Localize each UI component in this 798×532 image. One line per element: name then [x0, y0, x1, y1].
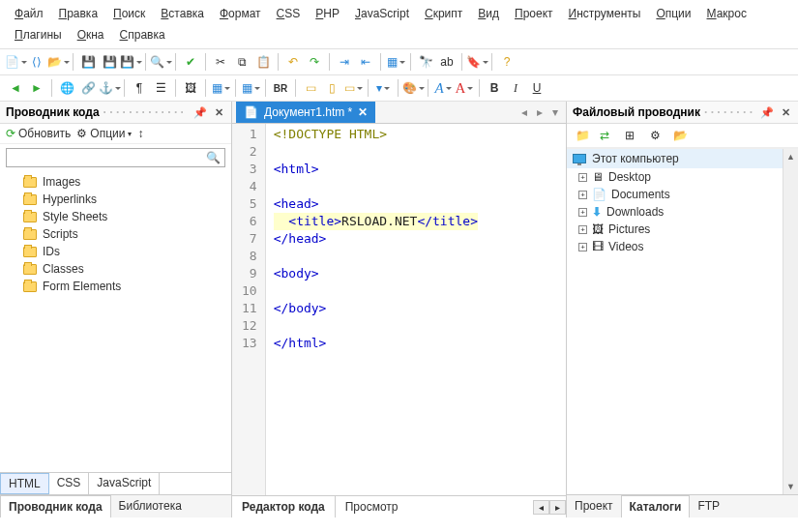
bookmark-button[interactable]: 🔖 — [467, 52, 487, 72]
search-button[interactable]: 🔍 — [151, 52, 170, 72]
scroll-left-icon[interactable]: ◂ — [533, 500, 549, 515]
document-tab[interactable]: 📄 Документ1.htm * ✕ — [236, 102, 375, 123]
menu-css[interactable]: CSS — [270, 4, 308, 23]
options-button[interactable]: ⚙Опции▾ — [76, 127, 132, 140]
indent-button[interactable]: ⇥ — [335, 52, 354, 72]
scroll-right-icon[interactable]: ▸ — [549, 500, 566, 515]
save-button[interactable]: 💾 — [78, 52, 98, 72]
menu-правка[interactable]: Правка — [52, 4, 105, 23]
layers-button[interactable]: ▭ — [343, 78, 363, 98]
bold-button[interactable]: B — [485, 78, 504, 98]
menu-плагины[interactable]: Плагины — [8, 25, 69, 44]
undo-button[interactable]: ↶ — [283, 52, 303, 72]
search-input[interactable] — [11, 151, 206, 164]
code-view-button[interactable]: ⟨⟩ — [27, 52, 46, 72]
menu-окна[interactable]: Окна — [71, 25, 111, 44]
span-icon[interactable]: ▯ — [322, 78, 341, 98]
tree-item[interactable]: Classes — [6, 260, 225, 278]
open-button[interactable]: 📂 — [48, 52, 68, 72]
close-icon[interactable]: ✕ — [213, 106, 225, 119]
menu-справка[interactable]: Справка — [113, 25, 172, 44]
tree-item[interactable]: IDs — [6, 243, 225, 260]
fe-item[interactable]: +📄Documents — [567, 186, 798, 203]
help-button[interactable]: ? — [497, 52, 517, 72]
save-as-button[interactable]: 💾 — [121, 52, 140, 72]
pin-icon[interactable]: 📌 — [192, 106, 209, 119]
grid1-button[interactable]: ▦ — [211, 78, 230, 98]
code-area[interactable]: <!DOCTYPE HTML><html><head> <title>RSLOA… — [266, 124, 486, 495]
expand-icon[interactable]: + — [578, 225, 587, 234]
menu-скрипт[interactable]: Скрипт — [418, 4, 469, 23]
outdent-button[interactable]: ⇤ — [356, 52, 375, 72]
editor-tab[interactable]: Просмотр — [336, 496, 408, 517]
paste-button[interactable]: 📋 — [253, 52, 273, 72]
list-button[interactable]: ☰ — [151, 78, 170, 98]
new-file-button[interactable]: 📄 — [6, 52, 25, 72]
fe-item[interactable]: +🎞Videos — [567, 238, 798, 255]
fe-bottom-tab[interactable]: Проект — [567, 495, 621, 517]
link-button[interactable]: 🔗 — [78, 78, 98, 98]
menu-инструменты[interactable]: Инструменты — [562, 4, 648, 23]
font-style-button[interactable]: A — [433, 78, 453, 98]
fe-item[interactable]: +🖼Pictures — [567, 221, 798, 238]
tree-root[interactable]: Этот компьютер — [567, 149, 798, 168]
expand-icon[interactable]: + — [578, 208, 587, 217]
lang-tab-css[interactable]: CSS — [49, 473, 90, 494]
sync-button[interactable]: ⇄ — [595, 127, 614, 144]
pilcrow-button[interactable]: ¶ — [130, 78, 149, 98]
table-button[interactable]: ▦ — [386, 52, 405, 72]
lang-tab-javascript[interactable]: JavaScript — [89, 473, 160, 494]
br-button[interactable]: BR — [271, 78, 290, 98]
fe-item[interactable]: +⬇Downloads — [567, 203, 798, 221]
div-icon[interactable]: ▭ — [301, 78, 320, 98]
menu-файл[interactable]: Файл — [8, 4, 50, 23]
menu-макрос[interactable]: Макрос — [700, 4, 754, 23]
tab-menu-icon[interactable]: ▾ — [548, 105, 562, 119]
scroll-up-icon[interactable]: ▲ — [783, 149, 798, 164]
binoculars-button[interactable]: 🔭 — [416, 52, 435, 72]
replace-button[interactable]: ab — [437, 52, 457, 72]
tab-next-icon[interactable]: ▸ — [533, 105, 547, 119]
spellcheck-button[interactable]: ✔ — [181, 52, 200, 72]
pin-icon[interactable]: 📌 — [758, 106, 776, 119]
grid2-button[interactable]: ▦ — [241, 78, 260, 98]
expand-icon[interactable]: + — [578, 173, 587, 182]
menu-вставка[interactable]: Вставка — [154, 4, 211, 23]
tab-prev-icon[interactable]: ◂ — [517, 105, 531, 119]
form-button[interactable]: ▾ — [373, 78, 393, 98]
search-icon[interactable]: 🔍 — [206, 151, 221, 164]
expand-icon[interactable]: + — [578, 243, 587, 251]
scroll-down-icon[interactable]: ▼ — [783, 479, 798, 494]
fe-item[interactable]: +🖥Desktop — [567, 168, 798, 186]
image-button[interactable]: 🖼 — [181, 78, 200, 98]
anchor-button[interactable]: ⚓ — [100, 78, 119, 98]
view-button[interactable]: ⊞ — [620, 127, 639, 144]
tree-item[interactable]: Style Sheets — [6, 208, 225, 225]
menu-опции[interactable]: Опции — [649, 4, 697, 23]
fe-bottom-tab[interactable]: FTP — [690, 495, 727, 517]
open-folder-button[interactable]: 📂 — [670, 127, 690, 144]
color-wheel-button[interactable]: 🎨 — [403, 78, 423, 98]
font-color-button[interactable]: A — [455, 78, 474, 98]
copy-button[interactable]: ⧉ — [232, 52, 251, 72]
nav-back-button[interactable]: ◄ — [6, 78, 25, 98]
expand-icon[interactable]: + — [578, 191, 587, 199]
menu-вид[interactable]: Вид — [471, 4, 506, 23]
menu-поиск[interactable]: Поиск — [106, 4, 152, 23]
menu-формат[interactable]: Формат — [213, 4, 268, 23]
close-icon[interactable]: ✕ — [780, 106, 792, 119]
bottom-tab[interactable]: Проводник кода — [0, 495, 111, 517]
editor-tab[interactable]: Редактор кода — [232, 496, 336, 517]
close-tab-icon[interactable]: ✕ — [358, 105, 368, 119]
menu-php[interactable]: PHP — [309, 4, 346, 23]
lang-tab-html[interactable]: HTML — [0, 473, 49, 494]
tree-item[interactable]: Images — [6, 173, 225, 191]
nav-fwd-button[interactable]: ► — [27, 78, 46, 98]
sort-button[interactable]: ↕ — [137, 127, 143, 140]
tree-item[interactable]: Scripts — [6, 225, 225, 243]
globe-button[interactable]: 🌐 — [57, 78, 76, 98]
cut-button[interactable]: ✂ — [211, 52, 230, 72]
gear-button[interactable]: ⚙ — [645, 127, 665, 144]
underline-button[interactable]: U — [527, 78, 547, 98]
scrollbar[interactable]: ▲ ▼ — [783, 149, 798, 494]
